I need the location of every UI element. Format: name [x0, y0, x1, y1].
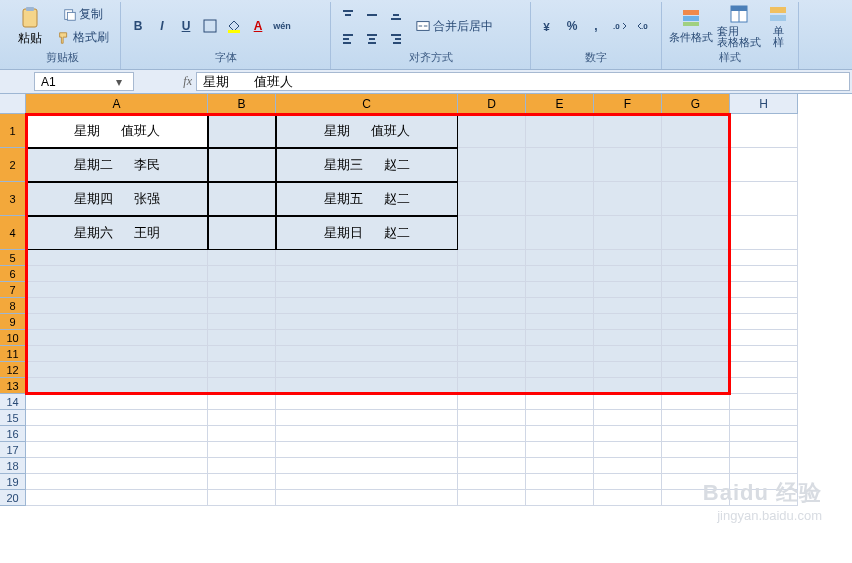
cell-H12[interactable] [730, 362, 798, 378]
format-painter-button[interactable]: 格式刷 [52, 27, 114, 49]
cell-G10[interactable] [662, 330, 730, 346]
cell-E18[interactable] [526, 458, 594, 474]
cell-F13[interactable] [594, 378, 662, 394]
cell-E5[interactable] [526, 250, 594, 266]
cell-B12[interactable] [208, 362, 276, 378]
cell-G18[interactable] [662, 458, 730, 474]
cell-B9[interactable] [208, 314, 276, 330]
cell-G16[interactable] [662, 426, 730, 442]
cell-D10[interactable] [458, 330, 526, 346]
cell-G12[interactable] [662, 362, 730, 378]
cell-C1[interactable]: 星期 值班人 [276, 114, 458, 148]
cell-C7[interactable] [276, 282, 458, 298]
cell-B5[interactable] [208, 250, 276, 266]
row-header-3[interactable]: 3 [0, 182, 26, 216]
cell-H4[interactable] [730, 216, 798, 250]
cell-A1[interactable]: 星期 值班人 [26, 114, 208, 148]
cell-G7[interactable] [662, 282, 730, 298]
cell-A19[interactable] [26, 474, 208, 490]
cell-E10[interactable] [526, 330, 594, 346]
decrease-decimal-button[interactable]: .0 [633, 15, 655, 37]
align-top-button[interactable] [337, 4, 359, 26]
formula-input[interactable]: 星期 值班人 [196, 72, 850, 91]
cell-A11[interactable] [26, 346, 208, 362]
cell-E3[interactable] [526, 182, 594, 216]
cell-E13[interactable] [526, 378, 594, 394]
cell-C16[interactable] [276, 426, 458, 442]
cell-G1[interactable] [662, 114, 730, 148]
cell-D15[interactable] [458, 410, 526, 426]
table-format-button[interactable]: 套用 表格格式 [716, 2, 762, 50]
align-center-button[interactable] [361, 27, 383, 49]
cell-A3[interactable]: 星期四 张强 [26, 182, 208, 216]
cell-H2[interactable] [730, 148, 798, 182]
cell-C18[interactable] [276, 458, 458, 474]
cell-F1[interactable] [594, 114, 662, 148]
phonetic-button[interactable]: wén [271, 15, 293, 37]
cell-C14[interactable] [276, 394, 458, 410]
cell-F19[interactable] [594, 474, 662, 490]
cell-H16[interactable] [730, 426, 798, 442]
cell-B11[interactable] [208, 346, 276, 362]
cell-F5[interactable] [594, 250, 662, 266]
cell-A17[interactable] [26, 442, 208, 458]
currency-button[interactable]: ¥ [537, 15, 559, 37]
cell-C19[interactable] [276, 474, 458, 490]
cell-D8[interactable] [458, 298, 526, 314]
copy-button[interactable]: 复制 [52, 4, 114, 26]
cell-H17[interactable] [730, 442, 798, 458]
cell-A18[interactable] [26, 458, 208, 474]
cell-F15[interactable] [594, 410, 662, 426]
cell-B19[interactable] [208, 474, 276, 490]
paste-button[interactable]: 粘贴 [10, 2, 50, 50]
cell-F7[interactable] [594, 282, 662, 298]
percent-button[interactable]: % [561, 15, 583, 37]
cell-G15[interactable] [662, 410, 730, 426]
bold-button[interactable]: B [127, 15, 149, 37]
col-header-C[interactable]: C [276, 94, 458, 114]
cell-H14[interactable] [730, 394, 798, 410]
cell-C5[interactable] [276, 250, 458, 266]
cell-E19[interactable] [526, 474, 594, 490]
align-bottom-button[interactable] [385, 4, 407, 26]
select-all-corner[interactable] [0, 94, 26, 114]
cell-C12[interactable] [276, 362, 458, 378]
cell-F2[interactable] [594, 148, 662, 182]
cell-E17[interactable] [526, 442, 594, 458]
border-button[interactable] [199, 15, 221, 37]
cell-F12[interactable] [594, 362, 662, 378]
cell-C9[interactable] [276, 314, 458, 330]
row-header-4[interactable]: 4 [0, 216, 26, 250]
cell-F9[interactable] [594, 314, 662, 330]
cell-D12[interactable] [458, 362, 526, 378]
align-left-button[interactable] [337, 27, 359, 49]
cell-H7[interactable] [730, 282, 798, 298]
cell-A14[interactable] [26, 394, 208, 410]
merge-center-button[interactable]: 合并后居中 [409, 15, 500, 37]
cell-B16[interactable] [208, 426, 276, 442]
cell-D6[interactable] [458, 266, 526, 282]
cell-A20[interactable] [26, 490, 208, 506]
cell-A9[interactable] [26, 314, 208, 330]
cell-C10[interactable] [276, 330, 458, 346]
cell-D11[interactable] [458, 346, 526, 362]
cell-G17[interactable] [662, 442, 730, 458]
row-header-18[interactable]: 18 [0, 458, 26, 474]
cell-H18[interactable] [730, 458, 798, 474]
cell-C11[interactable] [276, 346, 458, 362]
row-header-10[interactable]: 10 [0, 330, 26, 346]
row-header-19[interactable]: 19 [0, 474, 26, 490]
col-header-G[interactable]: G [662, 94, 730, 114]
cell-C13[interactable] [276, 378, 458, 394]
col-header-B[interactable]: B [208, 94, 276, 114]
cell-B7[interactable] [208, 282, 276, 298]
cell-F4[interactable] [594, 216, 662, 250]
cell-F18[interactable] [594, 458, 662, 474]
row-header-7[interactable]: 7 [0, 282, 26, 298]
cell-G4[interactable] [662, 216, 730, 250]
cell-G3[interactable] [662, 182, 730, 216]
cell-B1[interactable] [208, 114, 276, 148]
cell-C17[interactable] [276, 442, 458, 458]
cell-A5[interactable] [26, 250, 208, 266]
col-header-D[interactable]: D [458, 94, 526, 114]
